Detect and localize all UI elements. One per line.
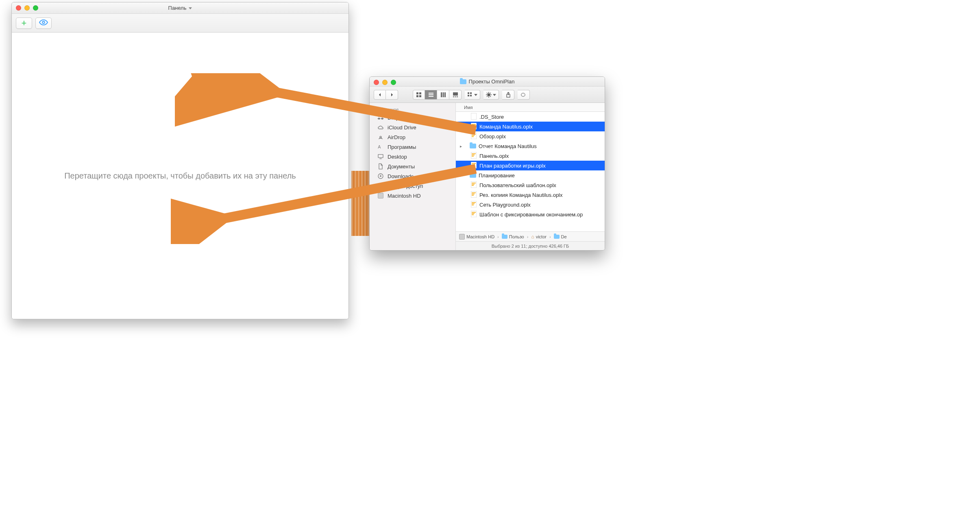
- disclosure-triangle[interactable]: ▸: [458, 173, 463, 178]
- tags-button[interactable]: [518, 90, 530, 100]
- svg-rect-46: [472, 155, 475, 155]
- sidebar-item-shared[interactable]: Общий доступ: [370, 181, 455, 191]
- column-header-name[interactable]: Имя: [456, 103, 605, 112]
- path-seg: De: [561, 234, 567, 239]
- share-button[interactable]: [502, 90, 514, 100]
- file-name: Планирование: [479, 172, 515, 179]
- preview-button[interactable]: [35, 17, 52, 29]
- file-row[interactable]: Обзор.oplx: [456, 131, 605, 141]
- desktop-icon: [377, 153, 384, 160]
- file-row[interactable]: Пользовательский шаблон.oplx: [456, 180, 605, 190]
- file-name: Сеть Playground.oplx: [479, 202, 531, 208]
- minimize-button[interactable]: [382, 80, 388, 85]
- sidebar-item-cloud[interactable]: iCloud Drive: [370, 122, 455, 132]
- finder-toolbar: [370, 87, 605, 103]
- status-bar: Выбрано 2 из 11; доступно 426,46 ГБ: [456, 241, 605, 250]
- sidebar-item-airdrop[interactable]: AirDrop: [370, 132, 455, 142]
- file-row[interactable]: ▸Отчет Команда Nautilus: [456, 141, 605, 151]
- file-row[interactable]: Сеть Playground.oplx: [456, 200, 605, 209]
- file-row[interactable]: Рез. копиия Команда Nautilus.oplx: [456, 190, 605, 200]
- file-icon: [471, 113, 477, 121]
- finder-window: Проекты OmniPlan Избранное Dro: [369, 76, 605, 251]
- add-button[interactable]: +: [16, 17, 32, 29]
- file-name: Команда Nautilus.oplx: [479, 124, 533, 130]
- close-button[interactable]: [16, 5, 21, 11]
- svg-rect-11: [453, 92, 458, 96]
- column-view-button[interactable]: [437, 90, 449, 100]
- airdrop-icon: [377, 133, 384, 141]
- list-view-button[interactable]: [425, 90, 437, 100]
- oplx-file-icon: [471, 201, 477, 209]
- oplx-file-icon: [471, 133, 477, 140]
- folder-icon: [460, 79, 466, 84]
- zoom-button[interactable]: [33, 5, 38, 11]
- svg-rect-18: [470, 95, 472, 96]
- chevron-right-icon: ›: [497, 234, 499, 239]
- chevron-right-icon: ›: [549, 234, 551, 239]
- tags-button-group: [518, 90, 530, 100]
- svg-rect-5: [429, 93, 433, 94]
- path-seg: Пользо: [509, 234, 524, 239]
- panel-drop-area[interactable]: Перетащите сюда проекты, чтобы добавить …: [12, 33, 348, 319]
- svg-rect-55: [472, 185, 474, 186]
- folder-icon: [470, 173, 476, 178]
- file-row[interactable]: План разработки игры.oplx: [456, 161, 605, 170]
- path-seg: victor: [536, 234, 547, 239]
- sidebar-item-dropbox[interactable]: Dropbox: [370, 113, 455, 122]
- hd-icon: [459, 234, 465, 240]
- arrange-button[interactable]: [465, 90, 480, 100]
- folder-icon: [554, 235, 560, 239]
- home-icon: ⌂: [531, 234, 534, 240]
- sidebar-item-apps[interactable]: AПрограммы: [370, 142, 455, 152]
- svg-rect-13: [455, 96, 456, 97]
- svg-line-24: [487, 93, 488, 94]
- svg-rect-35: [471, 113, 477, 120]
- action-button[interactable]: [483, 90, 499, 100]
- sidebar-item-downloads[interactable]: Downloads: [370, 171, 455, 181]
- sidebar: Избранное DropboxiCloud DriveAirDropAПро…: [370, 103, 456, 250]
- svg-line-26: [487, 96, 488, 97]
- svg-rect-14: [457, 96, 458, 97]
- svg-rect-6: [429, 94, 433, 95]
- file-name: Пользовательский шаблон.oplx: [479, 182, 556, 188]
- svg-rect-16: [470, 92, 472, 94]
- icon-view-button[interactable]: [413, 90, 425, 100]
- plus-icon: +: [22, 19, 27, 28]
- svg-rect-50: [472, 164, 475, 165]
- oplx-file-icon: [471, 191, 477, 199]
- file-name: План разработки игры.oplx: [479, 163, 546, 169]
- back-button[interactable]: [374, 90, 386, 100]
- zoom-button[interactable]: [391, 80, 396, 85]
- sidebar-item-documents[interactable]: Документы: [370, 161, 455, 171]
- file-name: Шаблон с фиксированным окончанием.op: [479, 212, 583, 218]
- svg-rect-43: [472, 136, 474, 137]
- file-row[interactable]: Шаблон с фиксированным окончанием.op: [456, 209, 605, 219]
- file-row[interactable]: Панель.oplx: [456, 151, 605, 161]
- chevron-down-icon: [189, 7, 192, 9]
- arrange-button-group: [465, 90, 480, 100]
- sidebar-item-label: Dropbox: [388, 115, 407, 121]
- file-row[interactable]: ▸Планирование: [456, 170, 605, 180]
- status-text: Выбрано 2 из 11; доступно 426,46 ГБ: [492, 244, 569, 249]
- sidebar-item-hd[interactable]: Macintosh HD: [370, 191, 455, 201]
- minimize-button[interactable]: [24, 5, 30, 11]
- svg-rect-62: [472, 203, 475, 204]
- svg-point-19: [488, 93, 490, 96]
- svg-line-25: [490, 96, 491, 97]
- svg-rect-37: [472, 124, 476, 125]
- gallery-view-button[interactable]: [449, 90, 462, 100]
- close-button[interactable]: [374, 80, 379, 85]
- apps-icon: A: [377, 143, 384, 150]
- file-row[interactable]: Команда Nautilus.oplx: [456, 122, 605, 131]
- path-bar[interactable]: Macintosh HD › Пользо › ⌂ victor › De: [456, 231, 605, 241]
- disclosure-triangle[interactable]: ▸: [458, 144, 463, 148]
- nav-buttons: [374, 90, 398, 100]
- svg-rect-39: [472, 126, 474, 127]
- sidebar-item-desktop[interactable]: Desktop: [370, 152, 455, 161]
- file-row[interactable]: .DS_Store: [456, 112, 605, 122]
- svg-rect-49: [472, 163, 476, 164]
- panel-title-dropdown[interactable]: Панель: [168, 5, 192, 11]
- file-name: Отчет Команда Nautilus: [479, 143, 537, 149]
- forward-button[interactable]: [386, 90, 398, 100]
- cloud-icon: [377, 124, 384, 131]
